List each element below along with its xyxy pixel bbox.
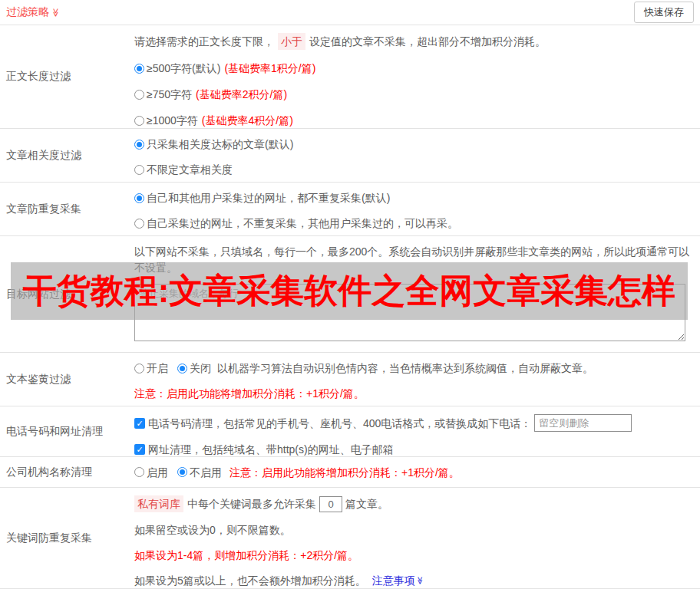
radio-icon[interactable] [134, 165, 144, 175]
max-articles-input[interactable] [319, 496, 342, 512]
notice-link[interactable]: 注意事项 ≫ [372, 573, 424, 588]
company-clean-options: 启用 不启用 注意：启用此功能将增加积分消耗：+1积分/篇。 [134, 465, 460, 480]
keyword-note-cost: 如果设为1-4篇，则增加积分消耗：+2积分/篇。 [134, 548, 694, 563]
row-body-length-filter: 正文长度过滤 请选择需求的正文长度下限，小于设定值的文章不采集，超出部分不增加积… [0, 25, 700, 129]
relevance-option-any[interactable]: 不限定文章相关度 [134, 162, 694, 177]
option-label: ≥1000字符 [147, 113, 198, 128]
less-than-highlight: 小于 [278, 33, 305, 50]
option-label: 不限定文章相关度 [147, 162, 233, 177]
row-phone-url-clean: 电话号码和网址清理 ✓ 电话号码清理，包括常见的手机号、座机号、400电话格式，… [0, 406, 700, 457]
section-title-toggle[interactable]: 过滤策略 ≫ [6, 5, 61, 19]
replacement-phone-input[interactable] [534, 414, 632, 432]
option-fee-note: (基础费率4积分/篇) [202, 113, 293, 128]
row-label: 文章相关度过滤 [0, 129, 134, 182]
row-label: 目标网站过滤 [0, 236, 134, 352]
row-content: 开启 关闭 以机器学习算法自动识别色情内容，当色情概率达到系统阈值，自动屏蔽文章… [134, 353, 700, 406]
filter-strategy-page: 过滤策略 ≫ 快速保存 正文长度过滤 请选择需求的正文长度下限，小于设定值的文章… [0, 0, 700, 589]
row-label: 正文长度过滤 [0, 25, 134, 128]
porn-off-label[interactable]: 关闭 [190, 360, 211, 376]
checkbox-checked-icon[interactable]: ✓ [134, 444, 145, 455]
dedup-option-self[interactable]: 自己采集过的网址，不重复采集，其他用户采集过的，可以再采。 [134, 216, 694, 231]
porn-filter-note: 注意：启用此功能将增加积分消耗：+1积分/篇。 [134, 386, 694, 401]
length-option-750[interactable]: ≥750字符 (基础费率2积分/篇) [134, 87, 694, 102]
notice-link-label: 注意事项 [372, 573, 415, 588]
radio-icon[interactable] [134, 116, 144, 126]
porn-on-label[interactable]: 开启 [147, 360, 168, 376]
chevron-down-icon: ≫ [416, 577, 424, 584]
row-company-clean: 公司机构名称清理 启用 不启用 注意：启用此功能将增加积分消耗：+1积分/篇。 [0, 457, 700, 488]
target-site-intro: 以下网站不采集，只填域名，每行一个，最多200个。系统会自动识别并屏蔽那些非文章… [134, 244, 691, 276]
relevance-option-strict[interactable]: 只采集相关度达标的文章(默认) [134, 137, 694, 152]
radio-icon[interactable] [177, 364, 187, 373]
blocked-domains-textarea[interactable] [134, 284, 685, 341]
keyword-note-unlimited: 如果留空或设为0，则不限篇数。 [134, 522, 694, 538]
phone-clean-label: 电话号码清理，包括常见的手机号、座机号、400电话格式，或替换成如下电话： [148, 416, 531, 431]
row-content: ✓ 电话号码清理，包括常见的手机号、座机号、400电话格式，或替换成如下电话： … [134, 406, 700, 456]
company-clean-note: 注意：启用此功能将增加积分消耗：+1积分/篇。 [229, 465, 460, 480]
option-label: 自己和其他用户采集过的网址，都不重复采集(默认) [147, 190, 390, 206]
company-off-label[interactable]: 不启用 [190, 465, 222, 480]
company-on-label[interactable]: 启用 [147, 465, 168, 480]
radio-icon[interactable] [134, 364, 144, 373]
row-content: 以下网站不采集，只填域名，每行一个，最多200个。系统会自动识别并屏蔽那些非文章… [134, 236, 700, 352]
quick-save-button[interactable]: 快速保存 [634, 2, 694, 23]
intro-text-after: 设定值的文章不采集，超出部分不增加积分消耗。 [309, 34, 546, 49]
url-clean-line: ✓ 网址清理，包括纯域名、带http(s)的网址、电子邮箱 [134, 442, 694, 457]
row-label: 关键词防重复采集 [0, 488, 134, 588]
radio-icon[interactable] [134, 90, 144, 100]
radio-icon[interactable] [134, 193, 144, 203]
option-label: ≥500字符(默认) [147, 61, 220, 76]
porn-filter-options: 开启 关闭 以机器学习算法自动识别色情内容，当色情概率达到系统阈值，自动屏蔽文章… [134, 360, 694, 376]
radio-icon[interactable] [177, 467, 187, 477]
row-label: 文本鉴黄过滤 [0, 353, 134, 406]
length-intro: 请选择需求的正文长度下限，小于设定值的文章不采集，超出部分不增加积分消耗。 [134, 33, 694, 50]
chevron-down-icon: ≫ [51, 8, 60, 17]
keyword-note-five-plus: 如果设为5篇或以上，也不会额外增加积分消耗。 注意事项 ≫ [134, 573, 694, 588]
intro-text-before: 请选择需求的正文长度下限， [134, 34, 274, 49]
option-fee-note: (基础费率1积分/篇) [224, 61, 315, 76]
row-relevance-filter: 文章相关度过滤 只采集相关度达标的文章(默认) 不限定文章相关度 [0, 129, 700, 183]
radio-icon[interactable] [134, 64, 144, 74]
length-option-500[interactable]: ≥500字符(默认) (基础费率1积分/篇) [134, 61, 694, 76]
limit-text-before: 中每个关键词最多允许采集 [187, 496, 316, 512]
option-fee-note: (基础费率2积分/篇) [196, 87, 287, 102]
note-text: 如果设为5篇或以上，也不会额外增加积分消耗。 [134, 573, 366, 588]
radio-icon[interactable] [134, 219, 144, 229]
row-content: 自己和其他用户采集过的网址，都不重复采集(默认) 自己采集过的网址，不重复采集，… [134, 183, 700, 235]
row-target-site-filter: 目标网站过滤 以下网站不采集，只填域名，每行一个，最多200个。系统会自动识别并… [0, 236, 700, 353]
row-label: 文章防重复采集 [0, 183, 134, 235]
option-label: 自己采集过的网址，不重复采集，其他用户采集过的，可以再采。 [147, 216, 458, 231]
option-label: ≥750字符 [147, 87, 192, 102]
limit-text-after: 篇文章。 [345, 496, 388, 512]
row-keyword-dedup: 关键词防重复采集 私有词库 中每个关键词最多允许采集 篇文章。 如果留空或设为0… [0, 488, 700, 589]
private-lexicon-tag: 私有词库 [134, 495, 183, 512]
row-content: 只采集相关度达标的文章(默认) 不限定文章相关度 [134, 129, 700, 182]
option-label: 只采集相关度达标的文章(默认) [147, 137, 293, 152]
page-title: 过滤策略 [6, 5, 49, 19]
dedup-option-global[interactable]: 自己和其他用户采集过的网址，都不重复采集(默认) [134, 190, 694, 206]
page-header: 过滤策略 ≫ 快速保存 [0, 0, 700, 25]
row-porn-filter: 文本鉴黄过滤 开启 关闭 以机器学习算法自动识别色情内容，当色情概率达到系统阈值… [0, 353, 700, 406]
row-dedup-collection: 文章防重复采集 自己和其他用户采集过的网址，都不重复采集(默认) 自己采集过的网… [0, 183, 700, 236]
porn-filter-desc: 以机器学习算法自动识别色情内容，当色情概率达到系统阈值，自动屏蔽文章。 [217, 360, 593, 376]
checkbox-checked-icon[interactable]: ✓ [134, 418, 145, 429]
row-content: 请选择需求的正文长度下限，小于设定值的文章不采集，超出部分不增加积分消耗。 ≥5… [134, 25, 700, 128]
keyword-limit-line: 私有词库 中每个关键词最多允许采集 篇文章。 [134, 495, 694, 512]
radio-icon[interactable] [134, 467, 144, 477]
row-label: 公司机构名称清理 [0, 457, 134, 487]
phone-clean-line: ✓ 电话号码清理，包括常见的手机号、座机号、400电话格式，或替换成如下电话： [134, 414, 694, 432]
radio-icon[interactable] [134, 140, 144, 150]
row-label: 电话号码和网址清理 [0, 406, 134, 456]
row-content: 私有词库 中每个关键词最多允许采集 篇文章。 如果留空或设为0，则不限篇数。 如… [134, 488, 700, 588]
row-content: 启用 不启用 注意：启用此功能将增加积分消耗：+1积分/篇。 [134, 457, 700, 487]
length-option-1000[interactable]: ≥1000字符 (基础费率4积分/篇) [134, 113, 694, 128]
url-clean-label: 网址清理，包括纯域名、带http(s)的网址、电子邮箱 [148, 442, 394, 457]
